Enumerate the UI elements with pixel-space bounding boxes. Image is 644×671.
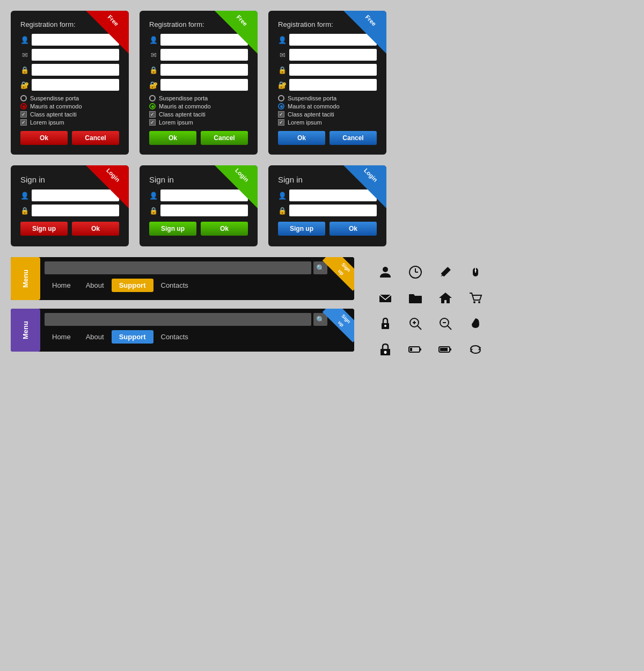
- user-icon-green: 👤: [149, 36, 158, 44]
- cancel-button-red[interactable]: Cancel: [72, 131, 119, 145]
- svg-line-21: [448, 326, 451, 330]
- signup-button-blue[interactable]: Sign up: [278, 222, 325, 236]
- radio-label-1-green: Suspendisse porta: [159, 95, 208, 101]
- lock2-icon-grid: [376, 340, 395, 359]
- form-field-lock-blue: 🔒: [278, 64, 377, 76]
- registration-form-red: Free Registration form: 👤 ✉ 🔒 🔐: [11, 11, 129, 155]
- radio-group-red: Suspendisse porta Mauris at commodo ✓ Cl…: [20, 95, 119, 126]
- ribbon-text-red: Free: [101, 11, 125, 32]
- signup-button-red[interactable]: Sign up: [20, 222, 68, 236]
- radio-circle-1-green[interactable]: [149, 95, 156, 101]
- lock2-input-red[interactable]: [32, 79, 119, 91]
- nav-blue-search-input[interactable]: [45, 313, 311, 326]
- lock2-input-blue[interactable]: [289, 79, 377, 91]
- nav-yellow-menu-tab[interactable]: Menu: [11, 257, 40, 300]
- checkbox-label-2-green: Lorem ipsum: [159, 119, 193, 126]
- form-field-lock2-green: 🔐: [149, 79, 248, 91]
- nav-blue-contacts-link[interactable]: Contacts: [153, 330, 196, 344]
- person-icon: [376, 262, 395, 282]
- login-user-icon-blue: 👤: [278, 192, 287, 200]
- radio-circle-2-green[interactable]: [149, 103, 156, 110]
- nav-yellow-search-input[interactable]: [45, 261, 311, 274]
- nav-blue-about-link[interactable]: About: [78, 330, 112, 344]
- nav-yellow-signup-text[interactable]: Signup: [323, 257, 354, 291]
- nav-blue-menu-tab[interactable]: Menu: [11, 309, 40, 352]
- nav-yellow-links-row: Home About Support Contacts: [40, 276, 354, 296]
- nav-blue-menu-label: Menu: [21, 321, 30, 339]
- login-ok-button-blue[interactable]: Ok: [330, 222, 377, 236]
- radio-circle-1-red[interactable]: [20, 95, 27, 101]
- lock-icon-blue: 🔒: [278, 66, 287, 74]
- radio-circle-2-blue[interactable]: [278, 103, 284, 110]
- nav-yellow-about-link[interactable]: About: [78, 279, 112, 292]
- nav-yellow-bar: Menu 🔍 Home About Support Contacts: [11, 257, 354, 300]
- login-ribbon-green: Login: [215, 165, 258, 208]
- envelope-icon: [376, 288, 395, 308]
- radio-label-2-blue: Mauris at commodo: [288, 103, 340, 110]
- zoom-in-icon: [406, 314, 425, 333]
- checkbox-1-red[interactable]: ✓: [20, 111, 27, 118]
- signup-button-green[interactable]: Sign up: [149, 222, 196, 236]
- pencil-icon: [436, 262, 455, 282]
- nav-yellow-home-link[interactable]: Home: [45, 279, 78, 292]
- svg-rect-10: [409, 296, 422, 303]
- nav-yellow-support-link[interactable]: Support: [112, 279, 153, 292]
- icons-grid: [376, 262, 489, 359]
- login-ribbon-text-red: Login: [101, 165, 125, 187]
- checkbox-item-2-green: ✓ Lorem ipsum: [149, 119, 248, 126]
- user-icon-blue: 👤: [278, 36, 287, 44]
- login-ok-button-green[interactable]: Ok: [201, 222, 248, 236]
- folder-icon: [406, 288, 425, 308]
- ok-button-blue[interactable]: Ok: [278, 131, 325, 145]
- checkbox-label-1-blue: Class aptent taciti: [288, 111, 334, 118]
- nav-yellow-wrapper: Menu 🔍 Home About Support Contacts: [11, 257, 354, 300]
- radio-item-2-red: Mauris at commodo: [20, 103, 119, 110]
- user-icon-red: 👤: [20, 36, 29, 44]
- nav-blue-signup-text[interactable]: Signup: [323, 309, 354, 342]
- checkbox-2-red[interactable]: ✓: [20, 119, 27, 126]
- checkbox-1-green[interactable]: ✓: [149, 111, 156, 118]
- nav-blue-support-link[interactable]: Support: [112, 330, 153, 344]
- refresh-icon: [466, 340, 485, 359]
- lock2-input-green[interactable]: [160, 79, 248, 91]
- ok-button-green[interactable]: Ok: [149, 131, 196, 145]
- checkbox-item-1-red: ✓ Class aptent taciti: [20, 111, 119, 118]
- login-form-green: Login Sign in 👤 🔒 Sign up Ok: [140, 165, 258, 246]
- lock-icon-red: 🔒: [20, 66, 29, 74]
- email-icon-green: ✉: [149, 51, 158, 59]
- cancel-button-blue[interactable]: Cancel: [330, 131, 377, 145]
- nav-blue-bar: Menu 🔍 Home About Support Contacts: [11, 309, 354, 352]
- cancel-button-green[interactable]: Cancel: [201, 131, 248, 145]
- nav-blue-links-row: Home About Support Contacts: [40, 328, 354, 348]
- radio-circle-1-blue[interactable]: [278, 95, 284, 101]
- battery-low-icon: [406, 340, 425, 359]
- radio-circle-2-red[interactable]: [20, 103, 27, 110]
- nav-blue-home-link[interactable]: Home: [45, 330, 78, 344]
- login-forms-row: Login Sign in 👤 🔒 Sign up Ok Login Sign …: [11, 165, 633, 246]
- login-form-red: Login Sign in 👤 🔒 Sign up Ok: [11, 165, 129, 246]
- droplet-icon: [466, 314, 485, 333]
- checkbox-2-blue[interactable]: ✓: [278, 119, 284, 126]
- radio-item-1-green: Suspendisse porta: [149, 95, 248, 101]
- cart-icon: [466, 288, 485, 308]
- btn-row-blue: Ok Cancel: [278, 131, 377, 145]
- lock-input-green[interactable]: [160, 64, 248, 76]
- ok-button-red[interactable]: Ok: [20, 131, 68, 145]
- btn-row-red: Ok Cancel: [20, 131, 119, 145]
- login-ok-button-red[interactable]: Ok: [72, 222, 119, 236]
- lock2-icon-blue: 🔐: [278, 81, 287, 89]
- login-btn-row-red: Sign up Ok: [20, 222, 119, 236]
- svg-point-12: [473, 301, 475, 303]
- nav-blue-wrapper: Menu 🔍 Home About Support Contacts: [11, 309, 354, 352]
- checkbox-2-green[interactable]: ✓: [149, 119, 156, 126]
- checkbox-1-blue[interactable]: ✓: [278, 111, 284, 118]
- radio-item-2-green: Mauris at commodo: [149, 103, 248, 110]
- radio-label-2-red: Mauris at commodo: [30, 103, 82, 110]
- nav-yellow-contacts-link[interactable]: Contacts: [153, 279, 196, 292]
- lock-input-red[interactable]: [32, 64, 119, 76]
- svg-line-17: [418, 326, 421, 330]
- ribbon-blue: Free: [343, 11, 386, 54]
- login-lock-icon-red: 🔒: [20, 207, 29, 215]
- lock-input-blue[interactable]: [289, 64, 377, 76]
- form-field-lock-red: 🔒: [20, 64, 119, 76]
